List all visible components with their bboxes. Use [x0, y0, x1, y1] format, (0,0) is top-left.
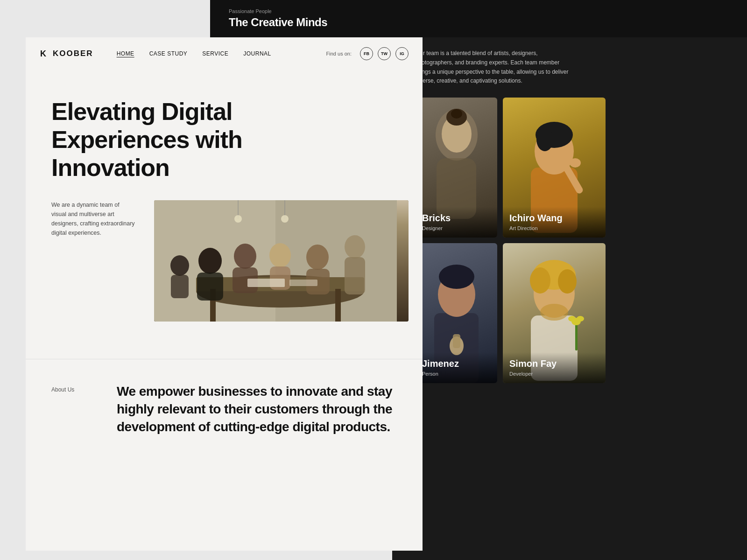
ichiro-role: Art Direction [509, 225, 538, 231]
social-ig[interactable]: IG [395, 47, 409, 60]
nav-home[interactable]: HOME [117, 50, 134, 57]
svg-point-31 [234, 215, 242, 223]
hero-description: We are a dynamic team of visual and mult… [51, 200, 135, 238]
svg-point-13 [439, 265, 474, 289]
svg-point-33 [281, 215, 289, 223]
team-card-ichiro: Ichiro Wang Art Direction [503, 98, 606, 238]
logo-icon: K [40, 49, 50, 59]
nav-right: Find us on: FB TW IG [326, 47, 409, 60]
jimenez-label: Jimenez Person [416, 352, 497, 383]
simon-role: Developer [509, 371, 533, 377]
svg-point-38 [198, 248, 222, 274]
svg-rect-49 [171, 275, 189, 298]
main-card: K KOOBER HOME CASE STUDY SERVICE JOURNAL… [26, 37, 423, 551]
nav-links: HOME CASE STUDY SERVICE JOURNAL [117, 50, 326, 57]
top-overlay-large: The Creative Minds [229, 16, 728, 29]
bricks-name: Bricks [422, 212, 491, 224]
team-card-bricks: Bricks Designer [416, 98, 497, 238]
top-overlay-small: Passionate People [229, 8, 728, 14]
svg-rect-50 [247, 279, 285, 287]
hero-body: We are a dynamic team of visual and mult… [51, 200, 409, 322]
svg-text:K: K [40, 49, 46, 58]
navbar: K KOOBER HOME CASE STUDY SERVICE JOURNAL… [26, 37, 423, 70]
about-text: We empower businesses to innovate and st… [117, 383, 409, 435]
logo: K KOOBER [40, 49, 93, 59]
svg-point-21 [540, 304, 568, 321]
svg-point-42 [269, 243, 291, 267]
simon-name: Simon Fay [509, 358, 599, 369]
bricks-label: Bricks Designer [416, 207, 497, 238]
jimenez-name: Jimenez [422, 358, 491, 369]
nav-case-study[interactable]: CASE STUDY [149, 50, 188, 57]
team-description: Our team is a talented blend of artists,… [416, 49, 574, 86]
svg-rect-39 [197, 273, 223, 301]
svg-point-46 [345, 235, 365, 259]
svg-point-8 [536, 128, 553, 151]
hero-image [154, 200, 409, 322]
svg-rect-47 [345, 257, 365, 294]
svg-point-19 [530, 267, 550, 294]
svg-rect-37 [335, 289, 341, 322]
team-card-simon: Simon Fay Developer [503, 243, 606, 383]
social-fb[interactable]: FB [360, 47, 373, 60]
svg-point-24 [568, 316, 576, 322]
team-grid: Bricks Designer [416, 98, 728, 383]
ichiro-name: Ichiro Wang [509, 212, 599, 224]
meeting-scene [154, 200, 397, 322]
find-us-label: Find us on: [326, 51, 352, 56]
svg-point-44 [306, 245, 329, 270]
ichiro-label: Ichiro Wang Art Direction [503, 207, 606, 238]
social-tw[interactable]: TW [378, 47, 391, 60]
nav-service[interactable]: SERVICE [202, 50, 228, 57]
svg-point-20 [558, 269, 577, 294]
svg-rect-51 [289, 280, 317, 286]
hero-title: Elevating Digital Experiences with Innov… [51, 98, 275, 182]
jimenez-role: Person [422, 371, 438, 377]
svg-point-40 [234, 244, 256, 269]
svg-point-25 [577, 316, 584, 322]
logo-text: KOOBER [53, 49, 93, 58]
bricks-role: Designer [422, 225, 443, 231]
svg-point-4 [451, 109, 462, 119]
svg-point-48 [170, 255, 189, 276]
hero-section: Elevating Digital Experiences with Innov… [26, 70, 423, 340]
right-panel: Our team is a talented blend of artists,… [392, 37, 747, 560]
svg-point-10 [570, 158, 581, 168]
simon-label: Simon Fay Developer [503, 352, 606, 383]
svg-rect-15 [453, 334, 460, 348]
svg-rect-22 [575, 322, 578, 350]
about-label: About Us [51, 383, 98, 435]
about-section: About Us We empower businesses to innova… [26, 359, 423, 454]
team-card-jimenez: Jimenez Person [416, 243, 497, 383]
nav-journal[interactable]: JOURNAL [243, 50, 271, 57]
